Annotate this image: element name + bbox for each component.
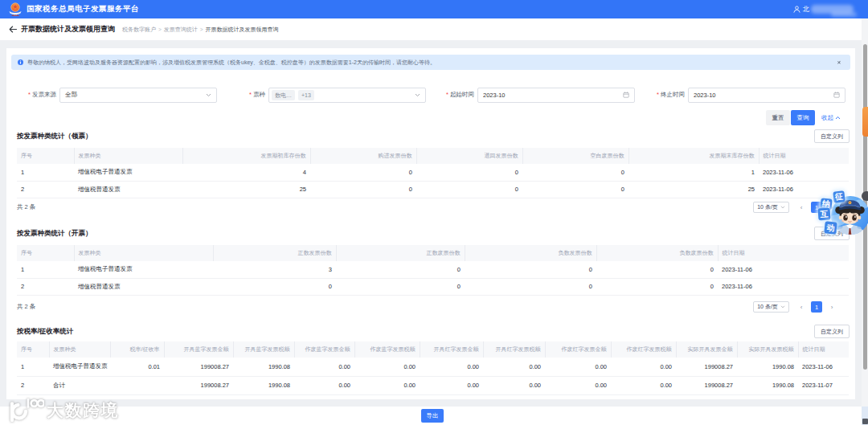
start-date-input[interactable]: 2023-10: [477, 88, 635, 103]
collapse-toggle[interactable]: 收起: [821, 110, 841, 125]
column-header: 正数废票份数: [336, 245, 465, 261]
page-size-select[interactable]: 10 条/页: [753, 301, 789, 313]
widget-char: 互: [817, 207, 830, 220]
calendar-icon: [833, 92, 840, 98]
table-cell: 0: [465, 261, 596, 278]
section-header-taxrate: 按税率/征收率统计 自定义列: [6, 325, 855, 338]
filter-end-date: *终止时间 2023-10: [640, 87, 845, 103]
table-cell: 0.00: [294, 376, 354, 394]
column-header: 开具红字发票金额: [420, 341, 483, 358]
table-cell: 0: [416, 164, 522, 181]
chevron-down-icon: [780, 206, 785, 209]
column-header: 开具蓝字发票税额: [233, 341, 294, 358]
table-cell: 199008.27: [164, 358, 233, 376]
column-header: 发票种类: [49, 341, 110, 358]
table-cell: 0.00: [483, 376, 545, 394]
site-watermark: 大数跨境: [6, 397, 119, 423]
table-cell: 199008.27: [676, 358, 737, 376]
scrollbar-corner-button[interactable]: [862, 419, 868, 424]
table-cell: 2023-11-06: [798, 358, 849, 376]
customize-columns-button[interactable]: 自定义列: [814, 129, 850, 143]
table-cell: 0: [596, 261, 718, 278]
user-name-prefix: 北: [803, 5, 809, 14]
query-button[interactable]: 查询: [791, 110, 815, 125]
column-header: 作废蓝字发票金额: [294, 341, 354, 358]
reset-button[interactable]: 重置: [766, 110, 790, 125]
watermark-logo: [6, 397, 44, 423]
interaction-assistant-widget[interactable]: 征 纳 互 动: [807, 185, 868, 249]
invoice-source-select[interactable]: 全部: [59, 88, 217, 103]
table-cell: 合计: [49, 376, 110, 394]
column-header: 负数废票份数: [596, 245, 718, 261]
invoice-type-tag: 数电…: [272, 90, 295, 100]
table-cell: 2: [17, 181, 74, 198]
table-cell: 增值税普通发票: [74, 181, 182, 198]
user-account[interactable]: 北: [793, 2, 857, 17]
table-cell: 0.00: [420, 358, 483, 376]
table-row: 1增值税电子普通发票0.01199008.271990.080.000.000.…: [17, 358, 849, 376]
table-cell: 增值税普通发票: [74, 278, 213, 295]
filter-invoice-source: *发票来源 全部: [11, 87, 217, 103]
user-name-redacted-2: [831, 12, 857, 17]
table-cell: 0.00: [354, 358, 420, 376]
notice-close-icon[interactable]: ✕: [837, 59, 841, 65]
watermark-text: 大数跨境: [47, 399, 119, 422]
column-header: 退回发票份数: [416, 148, 522, 164]
next-page-icon[interactable]: ›: [826, 304, 837, 311]
table-cell: 2023-11-06: [759, 164, 849, 181]
filter-start-date: *起始时间 2023-10: [429, 87, 635, 103]
table-cell: 0: [465, 278, 596, 295]
table-cell: 0: [213, 278, 336, 295]
table-cell: 2023-11-06: [718, 261, 849, 278]
table-row: 2增值税普通发票25000252023-11-06: [17, 181, 849, 198]
column-header: 发票期末库存份数: [628, 148, 759, 164]
floating-orange-widget[interactable]: [862, 107, 868, 137]
prev-page-icon[interactable]: ‹: [796, 204, 807, 211]
total-count: 共 2 条: [17, 303, 35, 311]
table-cell: [110, 376, 164, 394]
page-header: 开票数据统计及发票领用查询 税务数字账户 > 发票查询统计 > 开票数据统计及发…: [0, 18, 868, 40]
back-arrow-icon[interactable]: [9, 26, 17, 33]
table-cell: 0.01: [110, 358, 164, 376]
platform-title: 国家税务总局电子发票服务平台: [27, 4, 139, 14]
breadcrumb-item[interactable]: 发票查询统计: [164, 26, 198, 34]
end-date-input[interactable]: 2023-10: [688, 88, 845, 103]
table-cell: 2023-11-06: [718, 278, 849, 295]
issue-stats-table: 序号发票种类正数发票份数正数废票份数负数发票份数负数废票份数统计日期1增值税电子…: [17, 245, 849, 296]
main-panel: 尊敬的纳税人，受网络波动及服务器资源配置的影响，涉及增值税发票管理系统（税务uk…: [6, 48, 855, 399]
customize-columns-button[interactable]: 自定义列: [814, 325, 850, 338]
column-header: 税率/征收率: [110, 341, 164, 358]
taxation-emblem-logo: [9, 2, 22, 16]
table-cell: 增值税电子普通发票: [49, 358, 110, 376]
section-header-receive: 按发票种类统计（领票） 自定义列: [6, 129, 855, 143]
table-cell: 0: [522, 164, 628, 181]
user-icon: [793, 6, 800, 13]
page-size-select[interactable]: 10 条/页: [753, 202, 789, 213]
start-date-label: 起始时间: [450, 91, 474, 98]
notice-banner: 尊敬的纳税人，受网络波动及服务器资源配置的影响，涉及增值税发票管理系统（税务uk…: [11, 55, 850, 70]
pagination: 10 条/页 ‹ 1 ›: [753, 300, 837, 313]
end-date-value: 2023-10: [694, 92, 716, 99]
breadcrumb-item[interactable]: 税务数字账户: [122, 26, 156, 34]
required-marker: *: [249, 91, 252, 98]
chevron-up-icon: [835, 116, 841, 120]
export-bar: 导出: [0, 407, 862, 425]
table-cell: 0.00: [354, 376, 420, 394]
invoice-type-label: 票种: [253, 91, 265, 98]
invoice-type-multiselect[interactable]: 数电… +13: [268, 88, 426, 103]
receive-table-footer: 共 2 条 10 条/页 ‹ 1 ›: [17, 201, 849, 214]
table-cell: 25: [182, 181, 310, 198]
current-page-button[interactable]: 1: [811, 301, 822, 313]
taxrate-stats-table: 序号发票种类税率/征收率开具蓝字发票金额开具蓝字发票税额作废蓝字发票金额作废蓝字…: [17, 341, 849, 395]
invoice-type-more-tag: +13: [298, 90, 314, 100]
invoice-source-label: 发票来源: [32, 91, 56, 98]
table-cell: 1990.08: [233, 376, 294, 394]
invoice-source-value: 全部: [65, 91, 77, 99]
export-button[interactable]: 导出: [421, 409, 444, 423]
chevron-down-icon: [206, 93, 211, 97]
prev-page-icon[interactable]: ‹: [796, 304, 807, 311]
table-cell: 4: [182, 164, 310, 181]
table-cell: 0.00: [420, 376, 483, 394]
column-header: 统计日期: [798, 341, 849, 358]
table-cell: 0: [416, 181, 522, 198]
